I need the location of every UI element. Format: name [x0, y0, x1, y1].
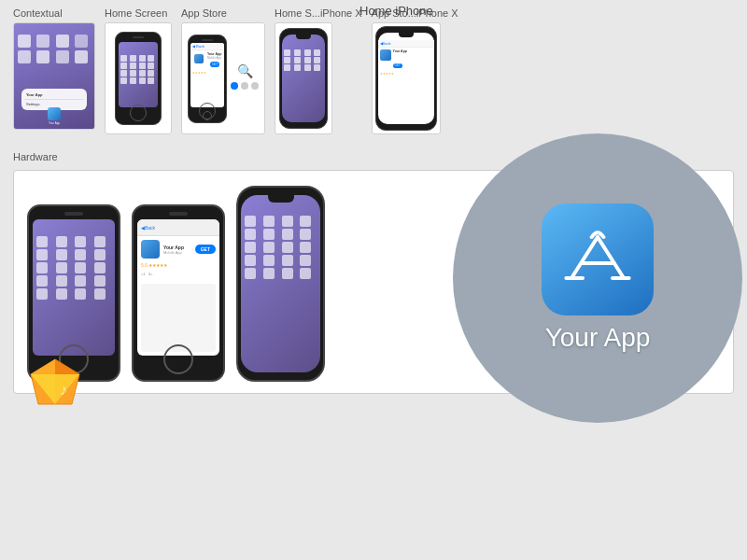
mockup-home-label: Home Screen: [105, 7, 167, 19]
hw-back-label: Back: [145, 225, 155, 231]
mockup-contextual-label: Contextual: [13, 7, 63, 19]
contextual-settings: Settings: [24, 101, 84, 107]
appstore-stars: ★★★★★: [190, 69, 224, 77]
home-screen-display: [119, 42, 158, 107]
home-x-screen: [282, 35, 325, 122]
appstore-x-screen: ◀ Back Your App GET ★★★★★: [378, 33, 434, 124]
mockup-app-store: App Store ◀ Back Your App Mobile App GET…: [181, 7, 265, 134]
contextual-menu-app: Your App: [24, 91, 84, 98]
hw-iphone-x-screen: [241, 195, 320, 372]
svg-text:♪: ♪: [60, 382, 67, 398]
sketch-icon: ♪: [27, 356, 83, 412]
appstore-screen-left: ◀ Back Your App Mobile App GET ★★★★★: [190, 43, 224, 107]
hw-iphone-appstore: ◀ Back Your App Mobile App GET 5.0 ★★★★★…: [132, 204, 225, 382]
mockup-home-x: Home S...iPhone X: [275, 7, 362, 134]
mockup-home-x-label: Home S...iPhone X: [275, 7, 362, 19]
appstore-iphone-left: ◀ Back Your App Mobile App GET ★★★★★: [188, 35, 227, 123]
app-name-display: Your App: [545, 323, 651, 353]
home-screen-card: [105, 22, 172, 134]
mockup-appstore-label: App Store: [181, 7, 227, 19]
appstore-x-stars: ★★★★★: [378, 72, 434, 76]
hw-get-button[interactable]: GET: [195, 245, 216, 254]
contextual-card: Your App Settings Your App: [13, 22, 95, 130]
app-icon-large: [542, 203, 654, 315]
app-store-icon-svg: [560, 222, 635, 297]
hw-iphone-home-screen: [33, 219, 115, 356]
hw-iphone-x: [236, 186, 325, 382]
mockup-home-screen: Home Screen: [105, 7, 172, 134]
hw-iphone-appstore-screen: ◀ Back Your App Mobile App GET 5.0 ★★★★★…: [137, 219, 219, 356]
appstore-x-get[interactable]: GET: [393, 63, 402, 68]
mockup-appstore-x: App Sto...iPhone X ◀ Back Your App GET ★…: [372, 7, 458, 134]
hw-appstore-topbar: ◀ Back: [137, 219, 219, 236]
hw-appstore-row: Your App Mobile App GET: [137, 236, 219, 262]
home-x-card: [275, 22, 332, 134]
appstore-x-name: Your App: [393, 49, 407, 53]
top-mockups-row: Contextual: [0, 0, 747, 140]
mockup-contextual: Contextual: [13, 7, 95, 134]
home-x-frame: [279, 28, 328, 129]
page-title: Home iPhone: [359, 4, 433, 18]
appstore-get-btn[interactable]: GET: [210, 62, 219, 67]
app-preview-overlay: Your App: [453, 133, 742, 423]
home-x-notch: [296, 35, 311, 39]
appstore-x-back: Back: [383, 41, 391, 46]
hardware-row: ◀ Back Your App Mobile App GET 5.0 ★★★★★…: [13, 170, 734, 394]
hw-rating-count: =1 4+: [137, 268, 219, 280]
appstore-x-notch: [399, 33, 414, 37]
contextual-app-label: Your App: [48, 121, 61, 125]
home-screen-iphone: [115, 32, 162, 125]
hw-appstore-info: Your App Mobile App: [163, 245, 191, 255]
hw-appstore-content: ◀ Back Your App Mobile App GET 5.0 ★★★★★…: [137, 219, 219, 356]
appstore-x-frame: ◀ Back Your App GET ★★★★★: [375, 26, 437, 131]
appstore-app-name: Your App: [207, 52, 221, 56]
hw-screenshot-preview: [141, 284, 216, 352]
app-store-card: ◀ Back Your App Mobile App GET ★★★★★ 🔍: [181, 22, 265, 134]
contextual-app-icon: [48, 107, 61, 120]
hw-appstore-sub: Mobile App: [163, 250, 191, 255]
appstore-x-card: ◀ Back Your App GET ★★★★★: [372, 22, 441, 134]
svg-line-0: [571, 237, 598, 278]
hardware-section: Hardware ◀ Back: [0, 144, 747, 401]
appstore-x-icon: [380, 49, 391, 61]
hw-appstore-icon: [141, 240, 160, 259]
hw-iphone-x-notch: [268, 195, 294, 203]
svg-line-1: [598, 237, 624, 278]
